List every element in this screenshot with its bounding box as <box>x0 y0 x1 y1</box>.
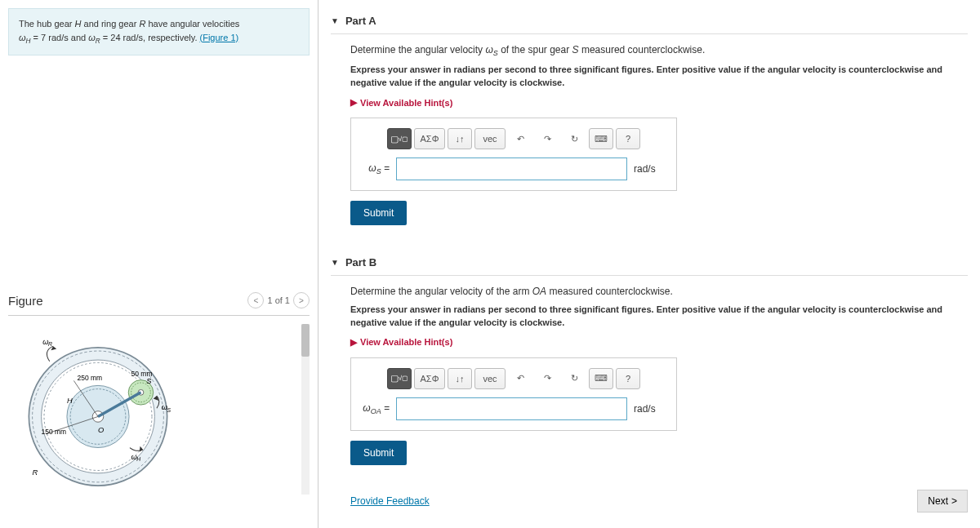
part-a-prompt: Determine the angular velocity ωS of the… <box>350 44 968 57</box>
reset-button-b[interactable]: ↻ <box>562 368 586 389</box>
subscript-button[interactable]: ↓↑ <box>448 128 472 149</box>
figure-prev-button[interactable]: < <box>247 292 264 308</box>
vec-button-b[interactable]: vec <box>474 368 506 389</box>
part-b-title: Part B <box>345 256 376 268</box>
reset-button[interactable]: ↻ <box>562 128 586 149</box>
part-a-hints[interactable]: ▶ View Available Hint(s) <box>350 97 968 108</box>
svg-text:H: H <box>67 397 73 405</box>
figure-next-button[interactable]: > <box>293 292 310 308</box>
help-button[interactable]: ? <box>616 128 640 149</box>
subscript-button-b[interactable]: ↓↑ <box>448 368 472 389</box>
undo-button[interactable]: ↶ <box>508 128 532 149</box>
next-button[interactable]: Next > <box>917 490 968 512</box>
chevron-right-icon: > <box>951 495 957 507</box>
greek-button-b[interactable]: ΑΣΦ <box>414 368 445 389</box>
template-button-b[interactable]: ▢√▢ <box>387 368 412 389</box>
redo-button-b[interactable]: ↷ <box>535 368 559 389</box>
figure-body: ωR ωS ωH 250 mm 50 mm 150 mm H R O S <box>8 315 310 503</box>
greek-button[interactable]: ΑΣΦ <box>414 128 445 149</box>
part-b-answer-box: ▢√▢ ΑΣΦ ↓↑ vec ↶ ↷ ↻ ⌨ ? ωOA = rad/s <box>350 357 677 431</box>
figure-counter: 1 of 1 <box>267 295 290 305</box>
part-b-instructions: Express your answer in radians per secon… <box>350 304 968 329</box>
svg-text:R: R <box>33 468 38 477</box>
figure-scrollbar[interactable] <box>301 324 310 495</box>
part-a-var-label: ωS = <box>361 162 390 175</box>
part-a-input[interactable] <box>396 158 627 180</box>
problem-intro: The hub gear H and ring gear R have angu… <box>8 8 310 55</box>
part-b-submit[interactable]: Submit <box>350 441 407 465</box>
undo-button-b[interactable]: ↶ <box>508 368 532 389</box>
part-b-hints[interactable]: ▶ View Available Hint(s) <box>350 337 968 348</box>
help-button-b[interactable]: ? <box>616 368 640 389</box>
svg-text:S: S <box>146 377 152 385</box>
keyboard-button[interactable]: ⌨ <box>589 128 613 149</box>
part-b-input[interactable] <box>396 397 627 420</box>
part-b-unit: rad/s <box>634 403 666 415</box>
provide-feedback-link[interactable]: Provide Feedback <box>350 495 430 507</box>
part-a-answer-box: ▢√▢ ΑΣΦ ↓↑ vec ↶ ↷ ↻ ⌨ ? ωS = rad/s <box>350 118 677 191</box>
svg-text:S: S <box>167 407 172 413</box>
part-b-var-label: ωOA = <box>361 402 390 415</box>
svg-text:R: R <box>48 341 52 347</box>
part-a-instructions: Express your answer in radians per secon… <box>350 64 968 89</box>
part-a-toggle[interactable]: ▼ <box>331 16 339 25</box>
figure-title: Figure <box>8 294 43 308</box>
svg-text:O: O <box>98 426 104 434</box>
template-button[interactable]: ▢√▢ <box>387 128 412 149</box>
gear-diagram: ωR ωS ωH 250 mm 50 mm 150 mm H R O S <box>8 324 188 495</box>
svg-text:H: H <box>136 457 140 463</box>
part-a-unit: rad/s <box>634 163 666 175</box>
part-b-prompt: Determine the angular velocity of the ar… <box>350 286 968 297</box>
svg-text:250 mm: 250 mm <box>78 375 103 383</box>
svg-text:150 mm: 150 mm <box>42 428 67 436</box>
keyboard-button-b[interactable]: ⌨ <box>589 368 613 389</box>
part-b-toggle[interactable]: ▼ <box>331 258 339 267</box>
part-a-title: Part A <box>345 15 376 27</box>
part-a-submit[interactable]: Submit <box>350 201 407 225</box>
vec-button[interactable]: vec <box>474 128 506 149</box>
figure-link[interactable]: (Figure 1) <box>200 33 239 42</box>
redo-button[interactable]: ↷ <box>535 128 559 149</box>
